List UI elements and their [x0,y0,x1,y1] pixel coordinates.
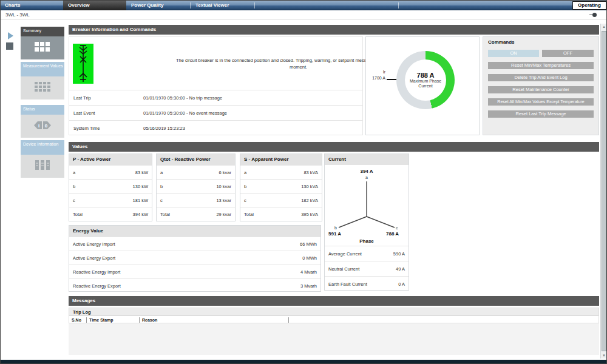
active-power-table: P - Active Power a83 kW b130 kW c181 kW … [69,153,152,221]
tab-overview[interactable]: Overview [63,1,126,10]
current-panel: Current 394 A a b 591 A c 788 A Phase Av… [324,153,409,291]
sidebar-item-status[interactable]: Status [21,105,64,115]
delete-trip-event-log-button[interactable]: Delete Trip And Event Log [488,74,594,81]
row-label: b [73,184,75,189]
sidebar-item-measurement-values[interactable]: Measurement Values [21,62,64,76]
svg-text:0: 0 [45,123,48,129]
stop-icon[interactable] [6,42,13,50]
row-label: Total [73,212,83,217]
pin-icon[interactable] [592,13,597,17]
max-phase-current-gauge-panel: Ir 1700 A 788 A Maximum Phase Current [365,36,480,135]
operating-mode-button[interactable]: Operating [572,1,606,10]
table-row: b130 kVA [240,179,322,193]
window-bottom-bar [1,360,606,364]
gauge-ref-value: 1700 A [367,75,385,81]
sidebar-item-device-information-tile[interactable] [21,155,64,178]
tab-separator [190,2,191,8]
row-label: Average Current [328,251,362,257]
row-value: 83 kW [135,170,148,175]
phase-c-value: 788 A [386,231,399,237]
sidebar-item-measurement-values-tile[interactable] [21,76,64,99]
row-value: 394 kW [133,212,148,217]
reset-all-minmax-values-button[interactable]: Reset All Min/Max Values Except Temperat… [488,98,594,106]
energy-value-panel: Energy Value Active Energy Import66 MWh … [69,225,321,292]
row-label: b [160,184,163,189]
charts-pane-label[interactable]: Charts [5,1,20,10]
row-label: c [73,198,75,203]
row-label: Earth Fault Current [328,281,367,287]
sidebar-item-summary-tile[interactable] [21,36,64,59]
application-window: Charts Overview Power Quality Textual Vi… [0,0,607,364]
row-value: 181 kW [133,198,148,203]
tab-separator [254,2,255,8]
row-label: b [244,184,246,189]
active-energy-import-row: Active Energy Import66 MWh [69,237,320,251]
row-label: a [244,170,246,175]
table-row: Total394 kW [69,207,152,221]
on-button[interactable]: ON [488,50,539,57]
row-value: 0 A [398,281,405,287]
sidebar-item-status-tile[interactable]: I 0 [21,115,64,138]
row-value: 10 kvar [216,184,231,189]
phase-diagram: 394 A a b 591 A c 788 A Phase [325,165,409,246]
breaker-status-icon [73,44,93,86]
table-row: b130 kW [69,179,152,193]
reset-last-trip-message-button[interactable]: Reset Last Trip Message [488,110,594,118]
play-icon[interactable] [8,32,13,39]
breaker-info-rows: Last Trip 01/01/1970 05:30:00 - No trip … [69,90,362,135]
phase-caption: Phase [325,238,409,244]
scroll-down-icon[interactable]: ▼ [601,352,607,359]
scroll-up-icon[interactable]: ▲ [601,24,607,30]
row-value: 395 kVA [301,212,318,217]
row-value: 590 A [393,251,405,257]
last-trip-row: Last Trip 01/01/1970 05:30:00 - No trip … [69,90,362,105]
last-event-row: Last Event 01/01/1970 05:30:00 - No even… [69,105,362,120]
gauge-reference-label: Ir 1700 A [367,69,385,81]
row-label: a [73,170,75,175]
table-row: a83 kVA [240,165,322,179]
off-button[interactable]: OFF [542,50,594,57]
table-row: c181 kW [69,193,152,207]
reactive-energy-import-row: Reactive Energy Import4 Mvarh [69,265,320,278]
row-label: Reactive Energy Export [73,283,121,289]
column-separator[interactable] [139,317,140,323]
earth-fault-current-row: Earth Fault Current0 A [325,276,409,291]
breadcrumb-row: 3WL - 3WL [1,10,606,19]
column-separator[interactable] [86,317,87,323]
active-power-header: P - Active Power [69,154,152,165]
reactive-power-table: Qtot - Reactive Power a6 kvar b10 kvar c… [156,153,236,221]
average-current-row: Average Current590 A [325,246,409,261]
table-row: b10 kvar [157,179,235,193]
phase-b-value: 591 A [328,231,341,237]
last-event-label: Last Event [69,110,143,116]
row-value: 13 kvar [216,198,231,203]
values-section-header: Values [69,142,599,152]
vertical-scrollbar[interactable]: ▲ ▼ [600,24,606,359]
reset-minmax-temperatures-button[interactable]: Reset Min/Max Temperatures [488,62,594,69]
table-row: Total29 kvar [157,207,235,221]
neutral-current-row: Neutral Current49 A [325,261,409,276]
column-separator[interactable] [288,317,289,323]
table-row: Total395 kVA [240,207,322,221]
row-label: Reactive Energy Import [73,269,120,275]
breaker-section-header: Breaker Information and Commands [69,25,599,35]
svg-text:I: I [38,123,39,129]
scrollbar-thumb[interactable] [602,31,606,351]
row-label: Active Energy Export [73,255,115,261]
table-row: c182 kVA [240,193,322,207]
system-time-row: System Time 05/16/2019 15:23:23 [69,120,362,135]
tab-power-quality[interactable]: Power Quality [126,1,190,10]
row-value: 130 kW [133,184,148,189]
energy-value-header: Energy Value [69,226,320,237]
tab-textual-viewer[interactable]: Textual Viewer [191,1,254,10]
max-phase-gauge-ring: 788 A Maximum Phase Current [396,51,455,109]
trip-log-body [69,323,599,355]
sidebar-item-device-information[interactable]: Device Information [21,140,64,155]
sidebar-item-summary[interactable]: Summary [21,27,64,36]
row-value: 29 kvar [216,212,231,217]
gauge-center: 788 A Maximum Phase Current [405,59,446,101]
row-value: 3 Mvarh [300,283,317,289]
breadcrumb: 3WL - 3WL [5,10,30,19]
reset-maintenance-counter-button[interactable]: Reset Maintenance Counter [488,86,594,93]
apparent-power-header: S - Apparent Power [240,154,322,165]
